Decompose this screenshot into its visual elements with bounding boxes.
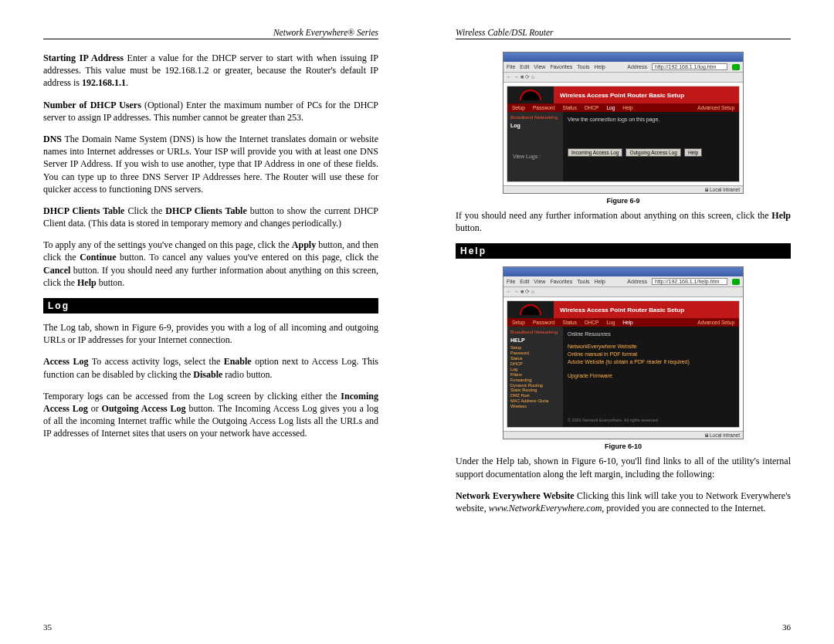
browser-status-bar: 🖥 Local intranet <box>503 431 743 439</box>
running-head-left: Network Everywhere® Series <box>43 28 378 39</box>
tab-help[interactable]: Help <box>622 320 632 325</box>
tab-password[interactable]: Password <box>533 320 555 325</box>
status-text: Local intranet <box>710 432 740 438</box>
tab-dhcp[interactable]: DHCP <box>585 105 598 110</box>
side-link[interactable]: DHCP <box>510 361 560 367</box>
browser-toolbar: ← → ■ ⟳ ⌂ <box>503 73 743 83</box>
tab-password[interactable]: Password <box>533 105 555 110</box>
sidebar-category: Broadband Networking <box>510 115 560 120</box>
tab-setup[interactable]: Setup <box>512 320 525 325</box>
tab-log[interactable]: Log <box>606 105 615 110</box>
browser-menubar: File Edit View Favorites Tools Help Addr… <box>503 62 743 73</box>
menu-item[interactable]: View <box>534 279 545 284</box>
menu-item[interactable]: Edit <box>520 279 529 284</box>
side-link[interactable]: MAC Address Clone <box>510 398 560 404</box>
continue: Continue <box>80 252 116 263</box>
menu-item[interactable]: Favorites <box>550 279 572 284</box>
apply: Apply <box>292 239 316 250</box>
tab-status[interactable]: Status <box>563 320 577 325</box>
address-label: Address <box>627 64 647 69</box>
router-title: Wireless Access Point Router Basic Setup <box>554 301 739 318</box>
para-log-intro: The Log tab, shown in Figure 6-9, provid… <box>43 321 378 346</box>
router-header: Wireless Access Point Router Basic Setup <box>507 301 739 318</box>
router-tabs: Setup Password Status DHCP Log Help Adva… <box>507 103 739 112</box>
resource-link[interactable]: NetworkEverywhere Website <box>568 343 734 351</box>
t1: To access activity logs, select the <box>88 356 223 367</box>
menu-item[interactable]: Tools <box>577 64 589 69</box>
browser-viewport: Wireless Access Point Router Basic Setup… <box>503 83 743 185</box>
router-sidebar: Broadband Networking Log View Logs : <box>507 112 563 181</box>
tab-help[interactable]: Help <box>622 105 632 110</box>
go-button[interactable] <box>732 279 740 285</box>
para-starting-ip: Starting IP Address Enter a value for th… <box>43 52 378 90</box>
menu-item[interactable]: Help <box>595 279 605 284</box>
resource-link[interactable]: Adobe Website (to obtain a PDF reader if… <box>568 358 734 366</box>
router-body: Broadband Networking HELP Setup Password… <box>507 327 739 427</box>
side-link[interactable]: Forwarding <box>510 378 560 383</box>
para-ne-website: Network Everywhere Website Clicking this… <box>456 490 791 514</box>
help: Help <box>771 210 791 221</box>
side-link[interactable]: Wireless <box>510 404 560 409</box>
section-log: Log <box>43 298 378 314</box>
router-ui: Wireless Access Point Router Basic Setup… <box>507 86 740 182</box>
tab-log[interactable]: Log <box>606 320 615 325</box>
side-link[interactable]: Status <box>510 356 560 361</box>
router-sidebar: Broadband Networking HELP Setup Password… <box>507 327 563 427</box>
side-link[interactable]: Log <box>510 367 560 372</box>
tab-advanced[interactable]: Advanced Setup <box>697 105 734 110</box>
tab-advanced[interactable]: Advanced Setup <box>697 320 734 325</box>
menu-item[interactable]: View <box>534 64 545 69</box>
browser-menubar: File Edit View Favorites Tools Help Addr… <box>503 276 743 287</box>
tab-status[interactable]: Status <box>563 105 577 110</box>
url: www.NetworkEverywhere.com <box>489 503 602 514</box>
menu-item[interactable]: File <box>507 64 515 69</box>
lead: Number of DHCP Users <box>43 100 141 110</box>
menu-item[interactable]: Help <box>595 64 605 69</box>
sidebar-viewlogs: View Logs : <box>513 154 560 159</box>
menu-item[interactable]: File <box>507 279 515 284</box>
resource-link[interactable]: Upgrade Firmware <box>568 372 734 380</box>
menu-item[interactable]: Edit <box>520 64 529 69</box>
address-input[interactable]: http://192.168.1.1/help.htm <box>652 278 727 285</box>
go-button[interactable] <box>732 64 740 70</box>
side-link[interactable]: Password <box>510 351 560 356</box>
para-dhcp-table: DHCP Clients Table Click the DHCP Client… <box>43 205 378 229</box>
btn-name: DHCP Clients Table <box>165 205 246 216</box>
para-help-intro: Under the Help tab, shown in Figure 6-10… <box>456 455 791 480</box>
tab-dhcp[interactable]: DHCP <box>585 320 598 325</box>
sidebar-item-log[interactable]: Log <box>510 123 560 128</box>
network-logo-icon <box>507 301 554 318</box>
browser-viewport: Wireless Access Point Router Basic Setup… <box>503 297 743 431</box>
menu-item[interactable]: Favorites <box>550 64 572 69</box>
cancel: Cancel <box>43 265 70 276</box>
enable: Enable <box>224 356 252 367</box>
t5: button. <box>97 277 125 288</box>
menu-item[interactable]: Tools <box>577 279 589 284</box>
address-input[interactable]: http://192.168.1.1/log.htm <box>652 63 727 70</box>
tab-setup[interactable]: Setup <box>512 105 525 110</box>
browser-toolbar: ← → ■ ⟳ ⌂ <box>503 287 743 297</box>
ip: 192.168.1.1 <box>82 77 126 88</box>
lead: DNS <box>43 134 62 144</box>
resource-link[interactable]: Online manual in PDF format <box>568 351 734 358</box>
para-temp-logs: Temporary logs can be accessed from the … <box>43 390 378 440</box>
incoming-access-log-button[interactable]: Incoming Access Log <box>568 148 622 157</box>
para-dns: DNS The Domain Name System (DNS) is how … <box>43 133 378 195</box>
router-body: Broadband Networking Log View Logs : Vie… <box>507 112 739 181</box>
outgoing-access-log-button[interactable]: Outgoing Access Log <box>626 148 680 157</box>
t3: button. To cancel any values you've ente… <box>117 252 378 263</box>
side-link[interactable]: Filters <box>510 372 560 378</box>
router-main: View the connection logs on this page. I… <box>563 112 739 181</box>
window-titlebar <box>503 267 743 276</box>
side-link[interactable]: Setup <box>510 345 560 351</box>
para-apply: To apply any of the settings you've chan… <box>43 239 378 289</box>
help-subtitle: Online Resources <box>568 331 734 337</box>
help-button[interactable]: Help <box>684 148 702 157</box>
side-link[interactable]: DMZ Host <box>510 393 560 398</box>
sidebar-item-help[interactable]: HELP <box>510 337 560 343</box>
router-title: Wireless Access Point Router Basic Setup <box>554 86 739 103</box>
router-main: Online Resources NetworkEverywhere Websi… <box>563 327 739 427</box>
page-right: Wireless Cable/DSL Router File Edit View… <box>417 0 834 644</box>
side-link[interactable]: Static Routing <box>510 388 560 393</box>
side-link[interactable]: Dynamic Routing <box>510 383 560 388</box>
